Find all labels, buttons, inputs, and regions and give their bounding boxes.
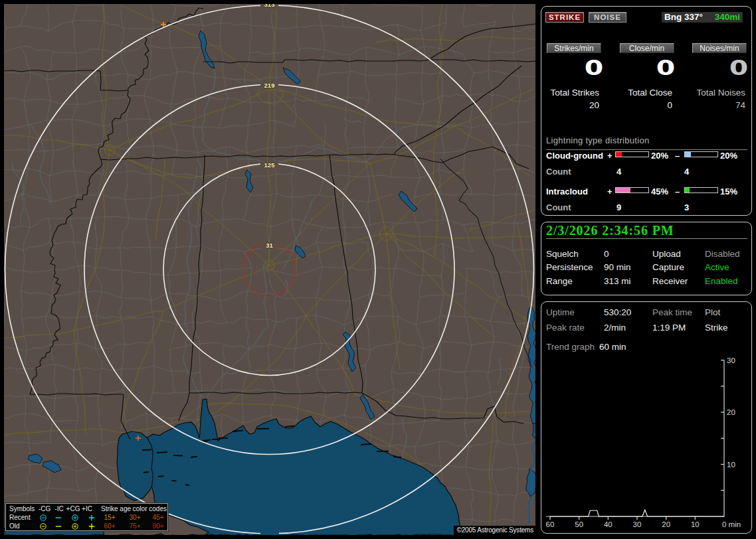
- x-tick-label: 30: [633, 520, 642, 528]
- copyright-bar: ©2005 Astrogenic Systems: [454, 526, 535, 535]
- bearing-readout: Bng 337°340mi: [662, 12, 743, 23]
- ic-plus-bar: [615, 187, 649, 193]
- pos-cg-recent-icon: [71, 514, 79, 522]
- distribution-title: Lightning type distribution: [546, 135, 747, 150]
- ring-label: 125: [264, 161, 276, 169]
- trend-axes: [546, 360, 724, 517]
- total-strikes-value: 20: [589, 100, 599, 110]
- cg-plus-count: 4: [616, 167, 621, 177]
- strikes-per-min-value: 0: [585, 55, 604, 80]
- settings-panel: 2/3/2026 2:34:56 PM Squelch 0 Upload Dis…: [541, 222, 752, 295]
- total-noises-value: 74: [735, 100, 745, 110]
- copyright-text: ©2005 Astrogenic Systems: [457, 526, 533, 534]
- map-svg: 219 125 31: [4, 4, 535, 535]
- ic-minus-count: 3: [684, 202, 689, 212]
- receiver-label: Receiver: [652, 276, 688, 286]
- strikes-per-min-button[interactable]: Strikes/min: [547, 43, 601, 53]
- upload-label: Upload: [652, 249, 681, 259]
- noise-mode-button[interactable]: NOISE: [589, 12, 626, 23]
- y-tick-label: 30: [727, 356, 735, 364]
- neg-ic-recent-icon: [54, 514, 62, 522]
- symbol-stroke: [74, 525, 76, 528]
- ic-plus-bar-fill: [616, 188, 630, 193]
- y-tick-label: 20: [727, 408, 735, 416]
- noises-per-min-button[interactable]: Noises/min: [692, 43, 747, 53]
- age-code: 45+: [153, 514, 164, 522]
- minus-sign: –: [675, 187, 680, 196]
- bearing-value: Bng 337°: [662, 12, 703, 22]
- receiver-status: Enabled: [705, 276, 738, 286]
- x-tick-label: 0 min: [722, 520, 741, 528]
- neg-cg-old: [39, 522, 47, 531]
- pos-ic-old: [88, 522, 96, 531]
- legend-age-title: Strike age color codes: [101, 505, 167, 513]
- count-label: Count: [546, 202, 571, 212]
- app-window: {"app": {"title": "Lightning detector di…: [0, 0, 756, 539]
- cg-plus-pct: 20%: [651, 151, 668, 161]
- persistence-value: 90 min: [604, 262, 631, 272]
- ring-label: 31: [266, 242, 273, 249]
- ic-minus-bar-fill: [685, 188, 690, 193]
- cg-plus-bar: [615, 151, 649, 157]
- y-tick-label: 10: [727, 461, 735, 469]
- minus-sign: –: [675, 151, 680, 161]
- pos-cg-recent: [71, 514, 79, 522]
- ring-label: 313: [260, 4, 278, 8]
- cg-minus-bar: [684, 151, 718, 157]
- age-code: 90+: [153, 522, 164, 530]
- symbol-stroke: [89, 524, 94, 529]
- symbols-legend: Symbols -CG -IC +CG +IC Strike age color…: [5, 503, 168, 531]
- ring-label-gap-bottom: [260, 530, 279, 535]
- cg-minus-count: 4: [684, 167, 689, 177]
- symbol-stroke: [74, 516, 76, 519]
- pos-cg-old: [71, 522, 79, 531]
- intracloud-label: Intracloud: [546, 187, 588, 196]
- legend-col-pos-cg: +CG: [66, 505, 80, 513]
- legend-symbols-label: Symbols: [9, 505, 35, 513]
- ic-minus-bar: [684, 187, 718, 193]
- symbol-stroke: [89, 515, 94, 520]
- ic-minus-pct: 15%: [720, 187, 737, 196]
- pos-cg-old-icon: [71, 522, 79, 530]
- neg-cg-old-icon: [39, 522, 47, 530]
- neg-cg-recent: [39, 514, 47, 522]
- close-per-min-button[interactable]: Close/min: [620, 43, 674, 53]
- total-close-label: Total Close: [628, 88, 672, 98]
- legend-recent-label: Recent: [9, 514, 31, 522]
- strike-stats-panel: STRIKE NOISE Bng 337°340mi Strikes/min C…: [541, 6, 752, 216]
- cloud-ground-label: Cloud-ground: [546, 151, 603, 161]
- x-tick-label: 10: [691, 520, 700, 528]
- x-tick-label: 50: [575, 520, 583, 528]
- legend-col-neg-ic: -IC: [54, 505, 63, 513]
- ic-plus-count: 9: [616, 202, 621, 212]
- map-area[interactable]: 219 125 31 Symbols -CG -IC +CG +IC Strik…: [4, 4, 535, 535]
- status-trend-panel: Uptime 530:20 Peak time Plot Peak rate 2…: [541, 301, 752, 534]
- cg-minus-pct: 20%: [720, 151, 737, 161]
- close-per-min-value: 0: [656, 55, 676, 80]
- ring-label: 219: [264, 82, 275, 89]
- cg-plus-bar-fill: [616, 152, 622, 157]
- neg-ic-old-icon: [54, 522, 62, 530]
- intracloud-row: Intracloud + 45% – 15%: [546, 187, 749, 194]
- date-time: 2/3/2026 2:34:56 PM: [546, 225, 747, 239]
- legend-col-neg-cg: -CG: [39, 505, 50, 513]
- plus-sign: +: [607, 151, 613, 161]
- ic-plus-pct: 45%: [651, 187, 668, 196]
- total-noises-label: Total Noises: [696, 88, 745, 98]
- capture-status: Active: [705, 262, 729, 272]
- age-code: 30+: [130, 514, 141, 522]
- trend-line: [550, 510, 724, 516]
- cloud-ground-count-row: Count 4 4: [546, 167, 749, 177]
- plus-sign: +: [607, 187, 613, 196]
- x-tick-label: 40: [604, 520, 613, 528]
- range-value: 313 mi: [604, 276, 631, 286]
- trend-chart: 1020306050403020100 min: [541, 302, 751, 533]
- strike-mode-button[interactable]: STRIKE: [545, 12, 584, 23]
- neg-cg-recent-icon: [39, 514, 47, 522]
- range-label: Range: [546, 276, 573, 286]
- capture-label: Capture: [652, 262, 684, 272]
- noises-per-min-value: 0: [729, 55, 749, 80]
- cg-minus-bar-fill: [685, 152, 692, 157]
- legend-col-pos-ic: +IC: [82, 505, 92, 513]
- total-close-value: 0: [667, 100, 672, 110]
